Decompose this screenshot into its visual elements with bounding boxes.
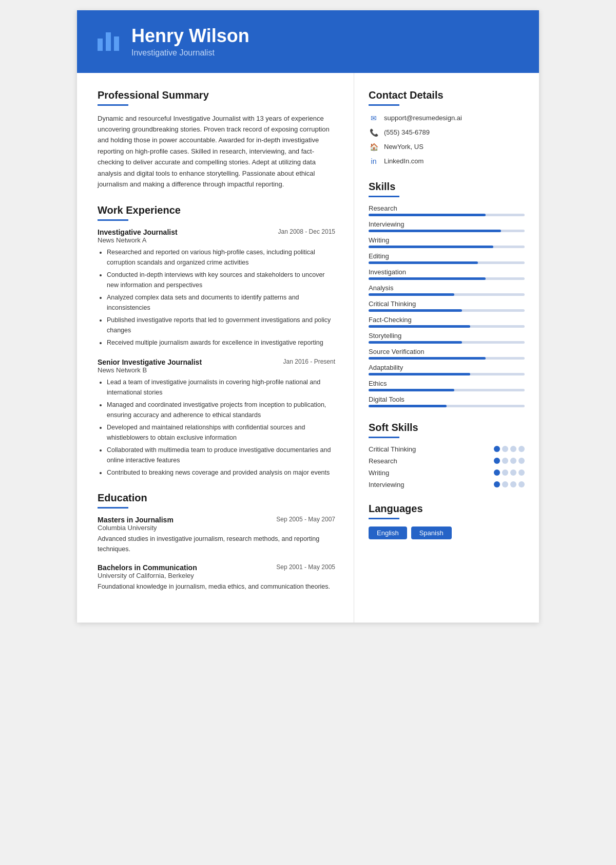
skill-name: Digital Tools xyxy=(369,396,525,403)
edu-desc: Advanced studies in investigative journa… xyxy=(98,534,335,554)
language-tag: English xyxy=(369,526,407,539)
edu-header: Masters in Journalism Sep 2005 - May 200… xyxy=(98,516,335,524)
soft-skill-name: Writing xyxy=(369,469,389,477)
contact-section: Contact Details ✉ support@resumedesign.a… xyxy=(369,89,525,166)
skill-name: Editing xyxy=(369,252,525,260)
contact-item: in LinkedIn.com xyxy=(369,156,525,166)
job-bullet: Received multiple journalism awards for … xyxy=(107,337,335,348)
languages-title: Languages xyxy=(369,503,525,515)
soft-skill-name: Critical Thinking xyxy=(369,445,416,453)
skill-bar-fill xyxy=(369,230,501,232)
candidate-name: Henry Wilson xyxy=(131,26,249,46)
skills-title: Skills xyxy=(369,181,525,193)
edu-degree: Bachelors in Communication xyxy=(98,563,197,572)
skill-item: Source Verification xyxy=(369,348,525,360)
skill-bar-bg xyxy=(369,309,525,312)
skill-item: Investigation xyxy=(369,268,525,280)
soft-skill-dots xyxy=(494,446,525,452)
dot-filled xyxy=(494,469,500,476)
contact-item: ✉ support@resumedesign.ai xyxy=(369,113,525,123)
education-entry: Bachelors in Communication Sep 2001 - Ma… xyxy=(98,563,335,592)
skill-name: Source Verification xyxy=(369,348,525,355)
contact-value: LinkedIn.com xyxy=(384,157,424,165)
soft-skill-item: Writing xyxy=(369,469,525,477)
skill-bar-bg xyxy=(369,230,525,232)
education-title: Education xyxy=(98,492,335,504)
skill-name: Writing xyxy=(369,236,525,244)
dot-empty xyxy=(510,469,516,476)
resume-container: Henry Wilson Investigative Journalist Pr… xyxy=(77,10,539,623)
contact-icon: 🏠 xyxy=(369,142,379,152)
skill-item: Fact-Checking xyxy=(369,316,525,328)
skill-bar-fill xyxy=(369,309,462,312)
skill-bar-fill xyxy=(369,341,462,344)
dot-filled xyxy=(494,481,500,487)
dot-empty xyxy=(502,469,508,476)
bar-2 xyxy=(106,32,111,51)
work-experience-section: Work Experience Investigative Journalist… xyxy=(98,204,335,478)
skills-underline xyxy=(369,196,399,197)
skill-bar-bg xyxy=(369,389,525,391)
job-bullet: Lead a team of investigative journalists… xyxy=(107,377,335,398)
dot-filled xyxy=(494,446,500,452)
summary-title: Professional Summary xyxy=(98,89,335,101)
dot-empty xyxy=(518,458,525,464)
summary-underline xyxy=(98,104,128,106)
contact-icon: ✉ xyxy=(369,113,379,123)
job-bullet: Managed and coordinated investigative pr… xyxy=(107,400,335,420)
contact-value: support@resumedesign.ai xyxy=(384,114,462,122)
dot-empty xyxy=(518,481,525,487)
job-dates: Jan 2008 - Dec 2015 xyxy=(278,228,335,235)
work-experience-underline xyxy=(98,219,128,221)
dot-empty xyxy=(518,446,525,452)
job-bullet: Researched and reported on various high-… xyxy=(107,247,335,268)
resume-body: Professional Summary Dynamic and resourc… xyxy=(77,73,539,623)
skill-bar-bg xyxy=(369,261,525,264)
edu-school: Columbia University xyxy=(98,524,335,532)
bar-3 xyxy=(114,36,119,51)
right-column: Contact Details ✉ support@resumedesign.a… xyxy=(354,73,539,623)
skill-item: Interviewing xyxy=(369,220,525,232)
bar-1 xyxy=(98,39,103,51)
job-entry: Senior Investigative Journalist Jan 2016… xyxy=(98,358,335,478)
dot-empty xyxy=(510,481,516,487)
edu-degree: Masters in Journalism xyxy=(98,516,174,524)
skill-name: Fact-Checking xyxy=(369,316,525,324)
summary-section: Professional Summary Dynamic and resourc… xyxy=(98,89,335,190)
job-bullet: Published investigative reports that led… xyxy=(107,315,335,335)
job-bullet: Contributed to breaking news coverage an… xyxy=(107,467,335,478)
skill-bar-bg xyxy=(369,214,525,216)
job-company: News Network A xyxy=(98,236,335,244)
dot-empty xyxy=(502,446,508,452)
skill-bar-fill xyxy=(369,277,486,280)
skill-item: Digital Tools xyxy=(369,396,525,407)
skill-item: Storytelling xyxy=(369,332,525,344)
dot-filled xyxy=(494,458,500,464)
soft-skill-item: Interviewing xyxy=(369,481,525,488)
job-header: Investigative Journalist Jan 2008 - Dec … xyxy=(98,228,335,236)
skill-name: Storytelling xyxy=(369,332,525,340)
edu-dates: Sep 2001 - May 2005 xyxy=(276,563,335,571)
skill-bar-fill xyxy=(369,357,486,360)
language-tag: Spanish xyxy=(411,526,452,539)
contact-underline xyxy=(369,104,399,106)
job-bullet: Conducted in-depth interviews with key s… xyxy=(107,270,335,290)
skill-item: Ethics xyxy=(369,380,525,391)
skill-bar-bg xyxy=(369,246,525,248)
candidate-title: Investigative Journalist xyxy=(131,48,249,58)
skill-item: Adaptability xyxy=(369,364,525,375)
skill-name: Critical Thinking xyxy=(369,300,525,308)
skill-bar-fill xyxy=(369,261,478,264)
skill-bar-fill xyxy=(369,373,470,375)
skill-item: Analysis xyxy=(369,284,525,296)
contact-title: Contact Details xyxy=(369,89,525,101)
soft-skills-underline xyxy=(369,437,399,438)
skill-bar-fill xyxy=(369,389,454,391)
dot-empty xyxy=(510,446,516,452)
job-title: Investigative Journalist xyxy=(98,228,178,236)
summary-text: Dynamic and resourceful Investigative Jo… xyxy=(98,113,335,190)
education-list: Masters in Journalism Sep 2005 - May 200… xyxy=(98,516,335,592)
soft-skill-name: Research xyxy=(369,457,397,465)
skill-bar-bg xyxy=(369,357,525,360)
contact-icon: in xyxy=(369,156,379,166)
